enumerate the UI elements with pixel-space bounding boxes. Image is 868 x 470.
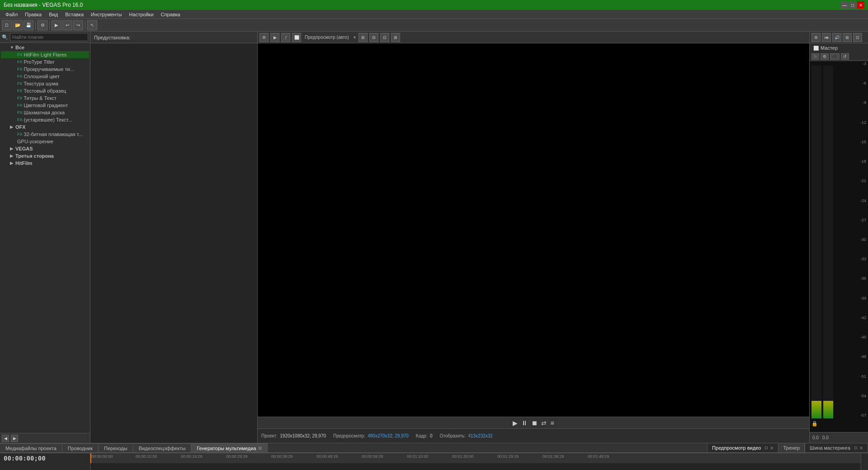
scale-m27: -27 [860,218,867,222]
master-btn-3[interactable]: 🔊 [832,33,841,42]
preview-video-close[interactable]: ✕ [770,446,774,451]
master-settings-btn[interactable]: ⚙ [811,33,821,42]
preview-btn-7[interactable]: ⊞ [391,33,400,42]
maximize-button[interactable]: □ [849,1,856,9]
close-button[interactable]: ✕ [857,1,864,9]
tree-group-ofx[interactable]: ▶ OFX [1,123,89,131]
ruler-mark-1: 00:00:10:00 [136,454,157,459]
master-subtab[interactable]: Шина мастеринга ⊡ ✕ [805,443,868,452]
tree-item-legacy-text[interactable]: FX (устаревшее) Текст... [1,116,89,123]
minimize-button[interactable]: — [841,1,848,9]
meter-right-bar [823,401,833,418]
tree-item-checkerboard[interactable]: FX Шахматная доска [1,109,89,116]
project-value: 1920x1080x32; 29,970 [280,433,326,438]
new-button[interactable]: 🗋 [2,20,12,30]
plugin-label: (устаревшее) Текст... [24,117,72,122]
preview-mode-label: Предпросмотр (авто) [303,35,351,40]
tab-explorer[interactable]: Проводник [62,443,99,452]
group-label: Третья сторона [15,153,54,159]
master-gear-btn[interactable]: ⚙ [821,53,829,60]
master-rec-btn[interactable]: ⬛ [830,53,840,60]
track-content[interactable] [90,463,861,470]
tree-item-titles[interactable]: FX Титры & Текст [1,94,89,102]
menu-view[interactable]: Вид [45,11,61,18]
tab-transitions[interactable]: Переходы [99,443,133,452]
plugin-label: ProType Titler [24,59,55,65]
fx-badge: FX [17,52,23,57]
scale-m54: -54 [860,394,867,398]
tab-media-files[interactable]: Медиафайлы проекта [0,443,62,452]
menu-edit[interactable]: Правка [21,11,45,18]
preview-btn-5[interactable]: ⊟ [369,33,378,42]
preview-audio-button[interactable]: ≡ [550,419,554,427]
master-loop-btn[interactable]: ↺ [841,53,849,60]
tab-video-fx[interactable]: Видеоспецэффекты [133,443,192,452]
master-subtab-close[interactable]: ✕ [859,446,863,451]
group-label: OFX [15,124,26,130]
master-btn-5[interactable]: ⊡ [853,33,862,42]
master-btn-2[interactable]: ⏮ [822,33,831,42]
tree-item-protype[interactable]: FX ProType Titler [1,58,89,66]
master-footer: 0.0 0.0 [810,432,868,443]
tree-item-gpu[interactable]: GPU-ускорение [1,138,89,145]
cursor-button[interactable]: ↖ [87,20,97,30]
tree-group-all[interactable]: ▼ Все [1,44,89,51]
scale-m3: -3 [860,62,867,66]
tree-item-32bit[interactable]: FX 32-битная плавающая т... [1,131,89,138]
plugin-label: Шахматная доска [24,110,65,115]
preview-res-value: 480x270x32; 29,970 [368,433,409,438]
preview-play-button[interactable]: ▶ [513,419,518,427]
master-btn-4[interactable]: ⊞ [843,33,852,42]
preview-subtab-trainer[interactable]: Тренер [778,443,805,452]
scale-m48: -48 [860,355,867,359]
master-right-val: 0.0 [822,435,829,440]
tree-item-noise[interactable]: FX Текстура шума [1,80,89,87]
menu-file[interactable]: Файл [2,11,21,18]
plugin-panel: 🔍 ▼ Все FX HitFilm Light Flares FX ProTy… [0,32,90,443]
ruler-mark-3: 00:00:29:29 [226,454,248,459]
tab-generators-close[interactable]: ⊠ [258,446,262,451]
menu-help[interactable]: Справка [157,11,184,18]
render-button[interactable]: ▶ [52,20,61,30]
frame-label: Кадр: 0 [416,433,433,438]
tree-group-vegas[interactable]: ▶ VEGAS [1,145,89,152]
tree-item-solid[interactable]: FX Сплошной цвет [1,73,89,80]
timeline-timecode: 00:00:00;00 [0,453,90,463]
menu-tools[interactable]: Инструменты [87,11,126,18]
save-button[interactable]: 💾 [24,20,33,30]
tree-group-third-party[interactable]: ▶ Третья сторона [1,152,89,160]
undo-button[interactable]: ↩ [62,20,72,30]
preview-loop-button[interactable]: ⇄ [541,419,547,427]
settings-button[interactable]: ⚙ [38,20,47,30]
preview-btn-2[interactable]: ▶ [270,33,279,42]
ruler-mark-9: 00:01:29:29 [497,454,519,459]
search-input[interactable] [10,33,88,41]
menu-insert[interactable]: Вставка [61,11,87,18]
preview-subtab-video[interactable]: Предпросмотр видео ⊡ ✕ [708,443,778,452]
nav-left[interactable]: ◀ [2,435,9,442]
preview-btn-4[interactable]: ⬜ [292,33,301,42]
redo-button[interactable]: ↪ [73,20,83,30]
nav-right[interactable]: ▶ [11,435,18,442]
arrow-icon: ▶ [10,146,15,151]
main-toolbar: 🗋 📂 💾 ⚙ ▶ ↩ ↪ ↖ [0,19,868,32]
tree-group-hitfilm[interactable]: ▶ HitFilm [1,160,89,167]
preview-btn-grid[interactable]: ⊞ [359,33,368,42]
playhead[interactable] [90,453,91,463]
master-fx-button[interactable]: fx [811,53,819,60]
group-label: Все [15,45,24,50]
tree-item-test[interactable]: FX Тестовый образец [1,87,89,94]
preview-btn-3[interactable]: 𝑓 [281,33,290,42]
open-button[interactable]: 📂 [13,20,23,30]
tree-item-scrolling[interactable]: FX Прокручиваемые ти... [1,66,89,73]
preview-btn-6[interactable]: ⊡ [380,33,389,42]
preview-settings-button[interactable]: ⚙ [259,33,269,42]
timeline-ruler[interactable]: 00:00:00:00 00:00:10:00 00:00:19:29 00:0… [90,453,861,463]
menu-settings[interactable]: Настройки [126,11,157,18]
preview-pause-button[interactable]: ⏸ [521,419,528,427]
preview-stop-button[interactable]: ⏹ [531,419,538,427]
tab-transitions-label: Переходы [104,446,127,451]
tab-media-generators[interactable]: Генераторы мультимедиа ⊠ [191,443,267,452]
tree-item-gradient[interactable]: FX Цветовой градиент [1,102,89,109]
tree-item-hitfilm-light-flares[interactable]: FX HitFilm Light Flares [1,51,89,58]
